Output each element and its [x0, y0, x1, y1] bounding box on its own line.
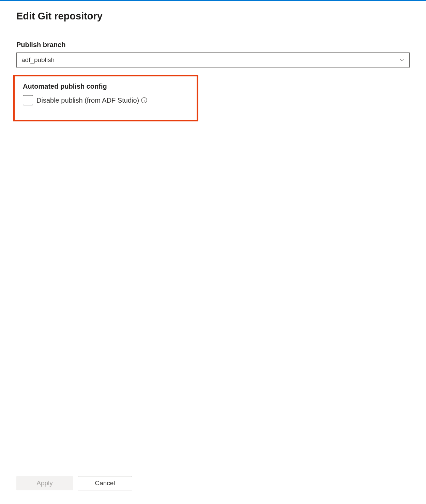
- disable-publish-checkbox-text: Disable publish (from ADF Studio): [36, 97, 139, 104]
- publish-branch-field: Publish branch adf_publish: [16, 41, 410, 68]
- disable-publish-row: Disable publish (from ADF Studio): [23, 95, 188, 105]
- automated-publish-highlight: Automated publish config Disable publish…: [13, 75, 198, 121]
- automated-publish-label: Automated publish config: [23, 83, 188, 90]
- cancel-button[interactable]: Cancel: [78, 476, 132, 490]
- disable-publish-checkbox-label: Disable publish (from ADF Studio): [36, 97, 147, 104]
- publish-branch-value: adf_publish: [21, 56, 399, 64]
- info-icon[interactable]: [141, 97, 147, 103]
- svg-point-2: [144, 99, 144, 99]
- chevron-down-icon: [399, 57, 405, 63]
- publish-branch-dropdown[interactable]: adf_publish: [16, 52, 410, 68]
- publish-branch-label: Publish branch: [16, 41, 410, 49]
- page-title: Edit Git repository: [16, 11, 410, 22]
- disable-publish-checkbox[interactable]: [23, 95, 33, 105]
- apply-button[interactable]: Apply: [16, 476, 73, 490]
- footer-actions: Apply Cancel: [0, 467, 426, 504]
